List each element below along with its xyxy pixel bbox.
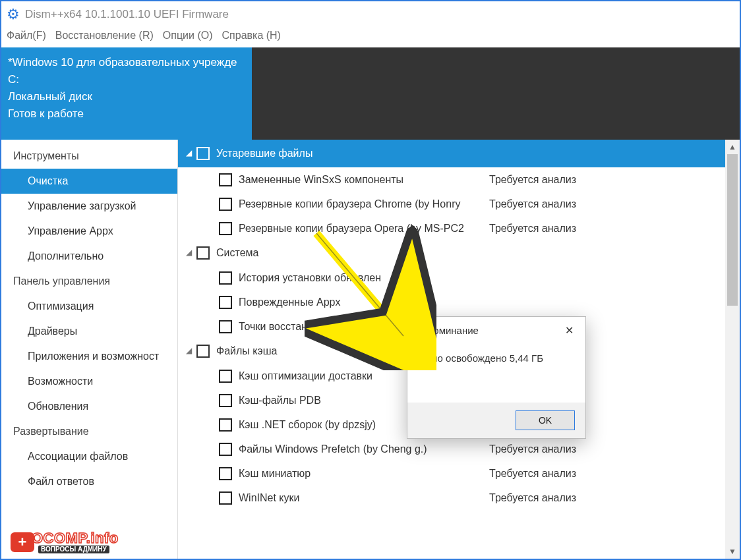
checkbox[interactable] (196, 345, 210, 358)
image-line-drive: C: (8, 71, 245, 88)
category-label: Система (216, 247, 258, 259)
dialog-message: Было освобождено 5,44 ГБ (407, 343, 585, 370)
sidebar-item-boot[interactable]: Управление загрузкой (1, 194, 177, 219)
checkbox[interactable] (219, 271, 232, 285)
tree-item[interactable]: Поврежденные Appx (178, 290, 725, 314)
checkbox[interactable] (219, 443, 232, 456)
menu-file[interactable]: Файл(F) (7, 30, 46, 42)
checkbox[interactable] (219, 198, 232, 211)
checkbox[interactable] (219, 394, 232, 407)
chevron-down-icon[interactable]: ◢ (182, 148, 195, 157)
app-window: ⚙ Dism++x64 10.1.1001.10 UEFI Firmware Ф… (0, 0, 741, 560)
scroll-up-icon[interactable]: ▲ (725, 140, 740, 154)
sidebar-group-tools[interactable]: Инструменты (1, 144, 177, 169)
sidebar-item-assoc[interactable]: Ассоциации файлов (1, 444, 177, 469)
close-icon[interactable]: ✕ (561, 322, 578, 339)
sidebar-item-appx[interactable]: Управление Appx (1, 219, 177, 244)
tree-item[interactable]: Файлы Windows Prefetch (by Cheng g.)Треб… (178, 437, 725, 461)
reminder-dialog: Напоминание ✕ Было освобождено 5,44 ГБ O… (407, 316, 586, 439)
window-title: Dism++x64 10.1.1001.10 UEFI Firmware (25, 8, 229, 21)
gear-icon: ⚙ (7, 6, 20, 23)
sidebar-item-advanced[interactable]: Дополнительно (1, 244, 177, 269)
checkbox[interactable] (196, 147, 210, 160)
category-label: Устаревшие файлы (216, 148, 312, 159)
category-obsolete[interactable]: ◢ Устаревшие файлы (178, 140, 725, 167)
sidebar-item-apps[interactable]: Приложения и возможност (1, 344, 177, 369)
image-strip: *Windows 10 для образовательных учрежде … (1, 47, 740, 140)
checkbox[interactable] (196, 246, 210, 260)
checkbox[interactable] (219, 467, 232, 480)
image-tile-selected[interactable]: *Windows 10 для образовательных учрежде … (1, 47, 252, 140)
category-system[interactable]: ◢ Система (178, 240, 725, 266)
scroll-thumb[interactable] (727, 154, 738, 306)
chevron-down-icon[interactable]: ◢ (182, 346, 195, 355)
sidebar-item-drivers[interactable]: Драйверы (1, 319, 177, 344)
image-line-type: Локальный диск (8, 88, 245, 105)
main-area: Инструменты Очистка Управление загрузкой… (1, 140, 740, 559)
category-label: Файлы кэша (216, 345, 277, 357)
menubar: Файл(F) Восстановление (R) Опции (O) Спр… (1, 28, 740, 47)
dialog-title: Напоминание (415, 325, 479, 336)
plus-icon: + (11, 532, 34, 552)
checkbox[interactable] (219, 418, 232, 432)
tree-item[interactable]: Замененные WinSxS компонентыТребуется ан… (178, 167, 725, 192)
vertical-scrollbar[interactable]: ▲ ▼ (725, 140, 740, 559)
image-line-os: *Windows 10 для образовательных учрежде (8, 54, 245, 71)
checkbox[interactable] (219, 296, 232, 309)
checkbox[interactable] (219, 320, 232, 333)
sidebar-item-updates[interactable]: Обновления (1, 394, 177, 419)
checkbox[interactable] (219, 491, 232, 505)
image-strip-empty (252, 47, 740, 140)
chevron-down-icon[interactable]: ◢ (182, 248, 195, 257)
menu-options[interactable]: Опции (O) (163, 30, 213, 42)
tree-item[interactable]: Кэш миниатюрТребуется анализ (178, 461, 725, 486)
dialog-titlebar: Напоминание ✕ (407, 317, 585, 343)
menu-help[interactable]: Справка (H) (222, 30, 281, 42)
tree-item[interactable]: Резервные копии браузера Opera (by MS-PC… (178, 216, 725, 240)
sidebar-group-control[interactable]: Панель управления (1, 269, 177, 294)
scroll-down-icon[interactable]: ▼ (725, 544, 740, 559)
tree-item[interactable]: История установки обновлен (178, 266, 725, 290)
sidebar-item-features[interactable]: Возможности (1, 369, 177, 394)
checkbox[interactable] (219, 222, 232, 235)
checkbox[interactable] (219, 173, 232, 186)
sidebar-item-optimize[interactable]: Оптимизация (1, 294, 177, 319)
tree-item[interactable]: Резервные копии браузера Chrome (by Honr… (178, 192, 725, 216)
watermark: + OCOMP.info ВОПРОСЫ АДМИНУ (11, 531, 119, 553)
watermark-text: OCOMP.info (32, 531, 119, 546)
dialog-footer: OK (407, 403, 585, 438)
sidebar: Инструменты Очистка Управление загрузкой… (1, 140, 178, 559)
checkbox[interactable] (219, 370, 232, 383)
tree-item[interactable]: WinINet кукиТребуется анализ (178, 486, 725, 510)
titlebar: ⚙ Dism++x64 10.1.1001.10 UEFI Firmware (1, 1, 740, 28)
ok-button[interactable]: OK (516, 410, 575, 430)
sidebar-group-deploy[interactable]: Развертывание (1, 419, 177, 444)
sidebar-item-cleanup[interactable]: Очистка (1, 169, 177, 194)
menu-restore[interactable]: Восстановление (R) (55, 30, 154, 42)
sidebar-item-unattend[interactable]: Файл ответов (1, 469, 177, 494)
image-line-status: Готов к работе (8, 105, 245, 123)
watermark-subtext: ВОПРОСЫ АДМИНУ (38, 546, 109, 553)
